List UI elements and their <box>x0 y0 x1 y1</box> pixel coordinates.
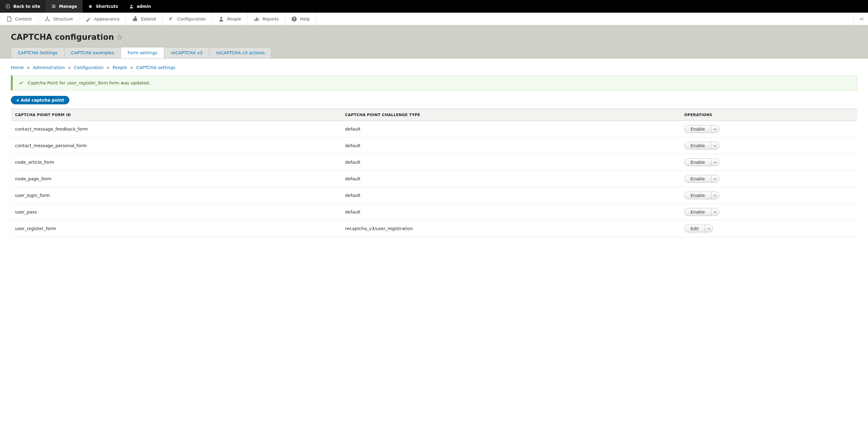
operations-toggle[interactable] <box>711 208 719 215</box>
toolbar-admin: Content Structure Appearance Extend Conf… <box>0 13 868 25</box>
svg-rect-7 <box>256 18 257 21</box>
cell-challenge-type: default <box>341 154 680 171</box>
content-icon <box>6 16 12 22</box>
cell-operations: Enable <box>680 154 857 171</box>
cell-form-id: contact_message_personal_form <box>11 138 341 154</box>
check-icon <box>19 81 24 85</box>
cell-form-id: user_login_form <box>11 187 341 204</box>
breadcrumb-administration[interactable]: Administration <box>33 65 65 70</box>
favorite-star-icon[interactable] <box>117 34 122 40</box>
reports-icon <box>253 16 259 22</box>
breadcrumb-configuration[interactable]: Configuration <box>74 65 103 70</box>
status-suffix: form was updated. <box>108 81 150 85</box>
th-operations: OPERATIONS <box>680 109 857 121</box>
nav-reports[interactable]: Reports <box>247 13 285 25</box>
svg-text:?: ? <box>293 17 296 21</box>
breadcrumb: Home » Administration » Configuration » … <box>11 65 857 70</box>
page-title: CAPTCHA configuration <box>11 33 857 41</box>
cell-operations: Enable <box>680 204 857 221</box>
operations-toggle[interactable] <box>711 142 719 149</box>
operations-toggle[interactable] <box>711 175 719 182</box>
cell-challenge-type: default <box>341 171 680 187</box>
manage-label: Manage <box>59 4 77 9</box>
chevron-down-icon <box>708 227 710 230</box>
cell-challenge-type: default <box>341 138 680 154</box>
breadcrumb-captcha-settings[interactable]: CAPTCHA settings <box>136 65 176 70</box>
table-row: user_login_formdefaultEnable <box>11 187 857 204</box>
back-to-site-button[interactable]: Back to site <box>0 0 46 13</box>
table-row: user_passdefaultEnable <box>11 204 857 221</box>
nav-extend-label: Extend <box>141 17 156 21</box>
edit-button[interactable]: Edit <box>684 225 705 232</box>
page-title-text: CAPTCHA configuration <box>11 33 114 41</box>
table-row: node_article_formdefaultEnable <box>11 154 857 171</box>
nav-structure-label: Structure <box>53 17 73 21</box>
enable-button[interactable]: Enable <box>684 142 711 149</box>
th-form-id: CAPTCHA POINT FORM ID <box>11 109 341 121</box>
chevron-down-icon <box>714 128 716 131</box>
nav-content[interactable]: Content <box>0 13 38 25</box>
user-label: admin <box>137 4 151 9</box>
add-button-label: Add captcha point <box>21 98 64 103</box>
tab-recaptcha-v3[interactable]: reCAPTCHA v3 <box>164 47 210 58</box>
nav-configuration[interactable]: Configuration <box>162 13 212 25</box>
user-menu-button[interactable]: admin <box>124 0 156 13</box>
operations-toggle[interactable] <box>711 158 719 166</box>
plus-icon: + <box>16 98 20 103</box>
hamburger-icon <box>51 4 56 9</box>
operations-dropbutton: Enable <box>684 125 719 133</box>
table-row: contact_message_feedback_formdefaultEnab… <box>11 121 857 138</box>
nav-help[interactable]: ? Help <box>285 13 316 25</box>
enable-button[interactable]: Enable <box>684 208 711 215</box>
cell-form-id: user_pass <box>11 204 341 221</box>
tab-captcha-settings[interactable]: CAPTCHA Settings <box>11 47 64 58</box>
cell-form-id: contact_message_feedback_form <box>11 121 341 138</box>
configuration-icon <box>168 16 174 22</box>
breadcrumb-sep: » <box>27 65 30 70</box>
chevron-down-icon <box>714 194 716 197</box>
nav-appearance[interactable]: Appearance <box>79 13 126 25</box>
add-captcha-point-button[interactable]: +Add captcha point <box>11 96 69 104</box>
nav-extend[interactable]: Extend <box>126 13 162 25</box>
operations-dropbutton: Enable <box>684 142 719 149</box>
chevron-down-icon <box>714 178 716 180</box>
tab-form-settings[interactable]: Form settings <box>121 47 164 58</box>
captcha-points-table: CAPTCHA POINT FORM ID CAPTCHA POINT CHAL… <box>11 109 857 237</box>
nav-structure[interactable]: Structure <box>38 13 79 25</box>
breadcrumb-sep: » <box>107 65 110 70</box>
cell-operations: Enable <box>680 187 857 204</box>
cell-challenge-type: recaptcha_v3/user_registration <box>341 221 680 237</box>
operations-toggle[interactable] <box>711 125 719 133</box>
svg-rect-6 <box>255 19 255 21</box>
user-icon <box>129 4 134 9</box>
breadcrumb-people[interactable]: People <box>113 65 127 70</box>
breadcrumb-home[interactable]: Home <box>11 65 24 70</box>
help-icon: ? <box>291 16 297 22</box>
enable-button[interactable]: Enable <box>684 125 711 133</box>
enable-button[interactable]: Enable <box>684 158 711 166</box>
operations-toggle[interactable] <box>705 225 713 232</box>
status-message: Captcha Point for user_register_form for… <box>11 76 857 90</box>
tab-recaptcha-v3-actions[interactable]: reCAPTCHA v3 actions <box>209 47 272 58</box>
table-row: user_register_formrecaptcha_v3/user_regi… <box>11 221 857 237</box>
cell-operations: Edit <box>680 221 857 237</box>
enable-button[interactable]: Enable <box>684 175 711 182</box>
enable-button[interactable]: Enable <box>684 192 711 199</box>
tab-captcha-examples[interactable]: CAPTCHA examples <box>64 47 121 58</box>
collapse-icon <box>858 16 864 22</box>
structure-icon <box>44 16 50 22</box>
status-text: Captcha Point for user_register_form for… <box>28 81 150 85</box>
shortcuts-button[interactable]: Shortcuts <box>83 0 124 13</box>
tabs: CAPTCHA SettingsCAPTCHA examplesForm set… <box>11 47 857 58</box>
operations-toggle[interactable] <box>711 192 719 199</box>
table-row: contact_message_personal_formdefaultEnab… <box>11 138 857 154</box>
toolbar-top: Back to site Manage Shortcuts admin <box>0 0 868 13</box>
manage-button[interactable]: Manage <box>46 0 83 13</box>
people-icon <box>218 16 224 22</box>
toolbar-collapse-button[interactable] <box>854 13 868 25</box>
cell-form-id: node_article_form <box>11 154 341 171</box>
svg-point-2 <box>47 17 48 18</box>
chevron-down-icon <box>714 211 716 213</box>
appearance-icon <box>85 16 91 22</box>
nav-people[interactable]: People <box>212 13 248 25</box>
